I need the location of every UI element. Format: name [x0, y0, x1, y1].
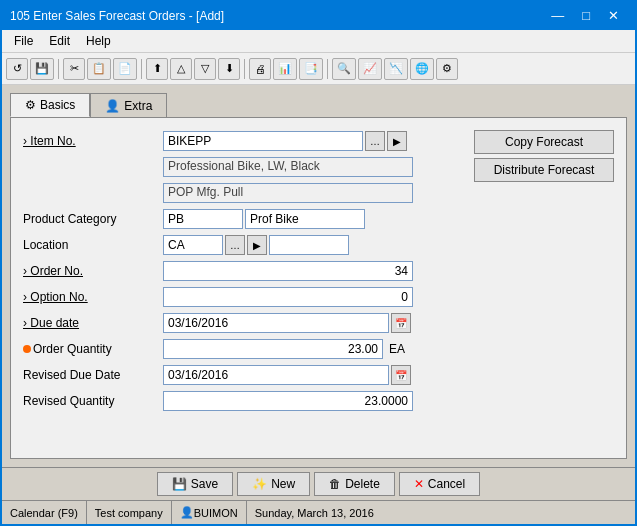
revised-due-date-field-group: 📅	[163, 365, 411, 385]
option-no-input[interactable]	[163, 287, 413, 307]
toolbar-btn-17[interactable]: ⚙	[436, 58, 458, 80]
status-shortcut: Calendar (F9)	[2, 501, 87, 524]
window-title: 105 Enter Sales Forecast Orders - [Add]	[10, 9, 224, 23]
location-row: Location … ▶	[23, 234, 614, 256]
toolbar-btn-13[interactable]: 🔍	[332, 58, 356, 80]
toolbar-btn-11[interactable]: 📊	[273, 58, 297, 80]
item-desc2-row: POP Mfg. Pull	[23, 182, 614, 204]
save-button[interactable]: 💾 Save	[157, 472, 233, 496]
basics-icon: ⚙	[25, 98, 36, 112]
item-no-arrow-btn[interactable]: ▶	[387, 131, 407, 151]
tabs: ⚙ Basics 👤 Extra	[10, 93, 627, 117]
due-date-label[interactable]: › Due date	[23, 316, 163, 330]
tab-panel: Copy Forecast Distribute Forecast › Item…	[10, 117, 627, 459]
date-text: Sunday, March 13, 2016	[255, 507, 374, 519]
product-category-label: Product Category	[23, 212, 163, 226]
item-no-lookup-btn[interactable]: …	[365, 131, 385, 151]
due-date-calendar-btn[interactable]: 📅	[391, 313, 411, 333]
item-no-field-group: … ▶	[163, 131, 407, 151]
tab-extra-label: Extra	[124, 99, 152, 113]
tab-basics[interactable]: ⚙ Basics	[10, 93, 90, 117]
menu-file[interactable]: File	[6, 32, 41, 50]
bottom-toolbar: 💾 Save ✨ New 🗑 Delete ✕ Cancel	[2, 467, 635, 500]
location-field-group: … ▶	[163, 235, 349, 255]
menu-edit[interactable]: Edit	[41, 32, 78, 50]
toolbar-btn-4[interactable]: 📋	[87, 58, 111, 80]
toolbar-btn-9[interactable]: ⬇	[218, 58, 240, 80]
order-qty-field-group: EA	[163, 339, 405, 359]
revised-qty-input[interactable]	[163, 391, 413, 411]
cancel-icon: ✕	[414, 477, 424, 491]
cancel-label: Cancel	[428, 477, 465, 491]
distribute-forecast-button[interactable]: Distribute Forecast	[474, 158, 614, 182]
new-button[interactable]: ✨ New	[237, 472, 310, 496]
toolbar-separator-4	[327, 59, 328, 79]
copy-forecast-button[interactable]: Copy Forecast	[474, 130, 614, 154]
item-desc1: Professional Bike, LW, Black	[163, 157, 413, 177]
order-no-label[interactable]: › Order No.	[23, 264, 163, 278]
order-no-row: › Order No.	[23, 260, 614, 282]
order-qty-label-container: Order Quantity	[23, 342, 163, 356]
title-bar: 105 Enter Sales Forecast Orders - [Add] …	[2, 2, 635, 30]
status-company: Test company	[87, 501, 172, 524]
toolbar-btn-12[interactable]: 📑	[299, 58, 323, 80]
product-category-name-input	[245, 209, 365, 229]
toolbar-btn-7[interactable]: △	[170, 58, 192, 80]
toolbar-btn-10[interactable]: 🖨	[249, 58, 271, 80]
order-qty-label: Order Quantity	[33, 342, 112, 356]
cancel-button[interactable]: ✕ Cancel	[399, 472, 480, 496]
location-label: Location	[23, 238, 163, 252]
item-no-label[interactable]: › Item No.	[23, 134, 163, 148]
option-no-row: › Option No.	[23, 286, 614, 308]
due-date-input[interactable]	[163, 313, 389, 333]
menu-help[interactable]: Help	[78, 32, 119, 50]
location-lookup-btn[interactable]: …	[225, 235, 245, 255]
maximize-button[interactable]: □	[574, 6, 598, 26]
revised-due-date-row: Revised Due Date 📅	[23, 364, 614, 386]
product-category-code-input[interactable]	[163, 209, 243, 229]
toolbar-btn-5[interactable]: 📄	[113, 58, 137, 80]
order-no-input[interactable]	[163, 261, 413, 281]
toolbar-separator-2	[141, 59, 142, 79]
extra-icon: 👤	[105, 99, 120, 113]
due-date-field-group: 📅	[163, 313, 411, 333]
item-no-input[interactable]	[163, 131, 363, 151]
revised-due-date-input[interactable]	[163, 365, 389, 385]
toolbar-btn-8[interactable]: ▽	[194, 58, 216, 80]
status-date: Sunday, March 13, 2016	[247, 501, 635, 524]
toolbar-btn-3[interactable]: ✂	[63, 58, 85, 80]
toolbar-separator-1	[58, 59, 59, 79]
toolbar-btn-1[interactable]: ↺	[6, 58, 28, 80]
option-no-label[interactable]: › Option No.	[23, 290, 163, 304]
location-arrow-btn[interactable]: ▶	[247, 235, 267, 255]
status-user: 👤 BUIMON	[172, 501, 247, 524]
toolbar-btn-16[interactable]: 🌐	[410, 58, 434, 80]
due-date-row: › Due date 📅	[23, 312, 614, 334]
action-buttons: Copy Forecast Distribute Forecast	[474, 130, 614, 182]
revised-qty-label: Revised Quantity	[23, 394, 163, 408]
location-desc-input	[269, 235, 349, 255]
tab-extra[interactable]: 👤 Extra	[90, 93, 167, 117]
revised-due-date-calendar-btn[interactable]: 📅	[391, 365, 411, 385]
location-input[interactable]	[163, 235, 223, 255]
menu-bar: File Edit Help	[2, 30, 635, 53]
save-icon: 💾	[172, 477, 187, 491]
order-qty-input[interactable]	[163, 339, 383, 359]
new-icon: ✨	[252, 477, 267, 491]
toolbar-btn-14[interactable]: 📈	[358, 58, 382, 80]
close-button[interactable]: ✕	[600, 6, 627, 26]
tab-basics-label: Basics	[40, 98, 75, 112]
toolbar-btn-6[interactable]: ⬆	[146, 58, 168, 80]
toolbar-btn-15[interactable]: 📉	[384, 58, 408, 80]
toolbar-separator-3	[244, 59, 245, 79]
order-qty-unit: EA	[389, 342, 405, 356]
toolbar-btn-2[interactable]: 💾	[30, 58, 54, 80]
window-controls: — □ ✕	[543, 6, 627, 26]
shortcut-text: Calendar (F9)	[10, 507, 78, 519]
minimize-button[interactable]: —	[543, 6, 572, 26]
new-label: New	[271, 477, 295, 491]
order-qty-row: Order Quantity EA	[23, 338, 614, 360]
delete-button[interactable]: 🗑 Delete	[314, 472, 395, 496]
delete-icon: 🗑	[329, 477, 341, 491]
toolbar: ↺ 💾 ✂ 📋 📄 ⬆ △ ▽ ⬇ 🖨 📊 📑 🔍 📈 📉 🌐 ⚙	[2, 53, 635, 85]
